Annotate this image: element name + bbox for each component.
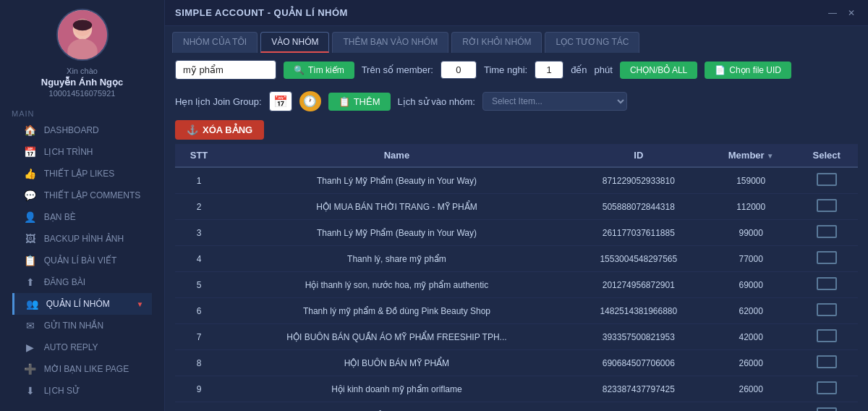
sidebar-icon-quan-li-nhom: 👥 xyxy=(26,298,39,310)
cell-id: 690684507706006 xyxy=(571,350,707,376)
cell-member: 69000 xyxy=(707,272,796,298)
tab-roi-khoi-nhom[interactable]: RỜI KHỎI NHÓM xyxy=(451,32,542,53)
calendar-icon: 📅 xyxy=(273,95,288,109)
cell-select xyxy=(796,220,859,246)
row-checkbox[interactable] xyxy=(817,251,837,264)
cell-member: 112000 xyxy=(707,194,796,220)
time-input[interactable] xyxy=(535,61,563,79)
search-input[interactable] xyxy=(175,60,276,80)
row-checkbox[interactable] xyxy=(817,381,837,394)
cell-select xyxy=(796,194,859,220)
sidebar-item-auto-reply[interactable]: ▶ AUTO REPLY xyxy=(12,336,153,358)
table-row: 4Thanh lý, share mỹ phẩm1553004548297565… xyxy=(175,246,858,272)
sidebar-label-dashboard: DASHBOARD xyxy=(44,125,99,135)
tab-them-ban-vao-nhom[interactable]: THÊM BẠN VÀO NHÓM xyxy=(332,32,448,53)
cell-name: Hội thanh lý son, nước hoa, mỹ phẩm auth… xyxy=(223,272,571,298)
chon-bo-all-button[interactable]: CHỌN/BỎ ALL xyxy=(620,62,697,79)
cell-id: 1482514381966880 xyxy=(571,298,707,324)
cell-name: HỘI BUÔN BÁN MỸ PHẨM xyxy=(223,350,571,376)
col-header-member[interactable]: Member▼ xyxy=(707,144,796,167)
action-row: ⚓ XÓA BẢNG xyxy=(165,116,868,144)
sidebar-item-thiet-lap-comments[interactable]: 💬 THIẾT LẬP COMMENTS xyxy=(12,185,153,206)
username-text: Nguyễn Ánh Ngọc xyxy=(41,77,124,88)
clock-button[interactable]: 🕐 xyxy=(299,91,321,111)
row-checkbox[interactable] xyxy=(817,407,837,411)
cell-member: 24000 xyxy=(707,402,796,412)
table-row: 9Hội kinh doanh mỹ phẩm oriflame82338743… xyxy=(175,376,858,402)
cell-stt: 9 xyxy=(175,376,223,402)
time-label: Time nghi: xyxy=(484,64,527,75)
row-checkbox[interactable] xyxy=(817,225,837,238)
tab-vao-nhom[interactable]: VÀO NHÓM xyxy=(260,32,329,53)
sidebar-item-thiet-lap-likes[interactable]: 👍 THIẾT LẬP LIKES xyxy=(12,163,153,185)
calendar-button[interactable]: 📅 xyxy=(269,91,292,111)
cell-stt: 5 xyxy=(175,272,223,298)
member-count-input[interactable] xyxy=(441,61,477,79)
cell-name: Thanh lý mỹ phẩm & Đồ dùng Pink Beauty S… xyxy=(223,298,571,324)
sidebar-icon-auto-reply: ▶ xyxy=(24,342,37,353)
table-row: 8HỘI BUÔN BÁN MỸ PHẨM6906845077060062600… xyxy=(175,350,858,376)
table-row: 7HỘI BUÔN BÁN QUẦN ÁO MỸ PHẨM FREESHIP T… xyxy=(175,324,858,350)
chon-file-uid-button[interactable]: 📄 Chọn file UID xyxy=(705,62,791,79)
cell-stt: 10 xyxy=(175,402,223,412)
sidebar-label-quan-li-bai-viet: QUẢN LÍ BÀI VIẾT xyxy=(44,255,117,266)
sidebar-label-thiet-lap-likes: THIẾT LẬP LIKES xyxy=(44,169,115,179)
cell-select xyxy=(796,350,859,376)
history-select[interactable]: Select Item... xyxy=(482,92,627,111)
sidebar-icon-backup-hinh-anh: 🖼 xyxy=(24,233,37,245)
sort-arrow-member: ▼ xyxy=(767,152,774,160)
tab-loc-tuong-tac[interactable]: LỌC TƯƠNG TÁC xyxy=(545,32,639,53)
cell-id: 823387437797425 xyxy=(571,376,707,402)
cell-member: 42000 xyxy=(707,324,796,350)
xoa-bang-button[interactable]: ⚓ XÓA BẢNG xyxy=(175,120,264,140)
tabs-bar: NHÓM CỦA TÔIVÀO NHÓMTHÊM BẠN VÀO NHÓMRỜI… xyxy=(165,26,868,53)
row-checkbox[interactable] xyxy=(817,303,837,316)
row-checkbox[interactable] xyxy=(817,173,837,186)
plus-icon: 📋 xyxy=(339,96,350,107)
sidebar-item-dashboard[interactable]: 🏠 DASHBOARD xyxy=(12,119,153,141)
sidebar-icon-ban-be: 👤 xyxy=(24,211,37,223)
sidebar-item-quan-li-bai-viet[interactable]: 📋 QUẢN LÍ BÀI VIẾT xyxy=(12,250,153,271)
row-checkbox[interactable] xyxy=(817,277,837,290)
sidebar-item-quan-li-nhom[interactable]: 👥 QUẢN LÍ NHÓM ▼ xyxy=(12,293,153,315)
sidebar-icon-dang-bai: ⬆ xyxy=(24,276,37,288)
cell-name: Thanh Lý Mỹ Phẩm (Beauty in Your Way) xyxy=(223,167,571,194)
cell-id: 156310151446976 xyxy=(571,402,707,412)
clock-icon: 🕐 xyxy=(303,95,317,108)
sidebar-item-backup-hinh-anh[interactable]: 🖼 BACKUP HÌNH ẢNH xyxy=(12,228,153,250)
cell-stt: 8 xyxy=(175,350,223,376)
row-checkbox[interactable] xyxy=(817,199,837,212)
den-label: đến xyxy=(571,64,587,75)
row-checkbox[interactable] xyxy=(817,329,837,342)
search-button[interactable]: 🔍 Tìm kiếm xyxy=(284,62,354,79)
table-header: STTNameIDMember▼Select xyxy=(175,144,858,167)
minimize-button[interactable]: — xyxy=(826,7,839,20)
sidebar-label-auto-reply: AUTO REPLY xyxy=(44,342,98,352)
user-id-text: 100014516075921 xyxy=(49,89,116,98)
cell-select xyxy=(796,246,859,272)
cell-id: 1553004548297565 xyxy=(571,246,707,272)
sidebar-item-lich-trinh[interactable]: 📅 LỊCH TRÌNH xyxy=(12,141,153,163)
cell-id: 871229052933810 xyxy=(571,167,707,194)
sidebar-item-moi-ban-like-page[interactable]: ➕ MỜI BẠN LIKE PAGE xyxy=(12,358,153,380)
cell-name: Thanh lý, share mỹ phẩm xyxy=(223,246,571,272)
row-checkbox[interactable] xyxy=(817,355,837,368)
title-bar-controls: — ✕ xyxy=(826,7,858,20)
table-row: 2HỘI MUA BÁN THỜI TRANG - MỸ PHẨM5058880… xyxy=(175,194,858,220)
sidebar-label-moi-ban-like-page: MỜI BẠN LIKE PAGE xyxy=(44,364,129,374)
sidebar-label-backup-hinh-anh: BACKUP HÌNH ẢNH xyxy=(44,234,124,244)
sidebar-item-ban-be[interactable]: 👤 BẠN BÈ xyxy=(12,206,153,228)
data-table-container: STTNameIDMember▼Select 1Thanh Lý Mỹ Phẩm… xyxy=(165,144,868,411)
title-bar: SIMPLE ACCOUNT - QUẢN LÍ NHÓM — ✕ xyxy=(165,0,868,26)
tab-nhom-cua-toi[interactable]: NHÓM CỦA TÔI xyxy=(172,32,258,53)
cell-member: 159000 xyxy=(707,167,796,194)
cell-stt: 2 xyxy=(175,194,223,220)
close-button[interactable]: ✕ xyxy=(845,7,858,20)
sidebar-item-dang-bai[interactable]: ⬆ ĐĂNG BÀI xyxy=(12,271,153,293)
sidebar-item-gui-tin-nhan[interactable]: ✉ GỬI TIN NHẮN xyxy=(12,315,153,336)
sidebar-item-lich-su[interactable]: ⬇ LỊCH SỬ xyxy=(12,380,153,402)
sidebar-icon-moi-ban-like-page: ➕ xyxy=(24,363,37,375)
avatar xyxy=(56,9,109,61)
sidebar-icon-quan-li-bai-viet: 📋 xyxy=(24,255,37,266)
them-button[interactable]: 📋 THÊM xyxy=(328,93,391,111)
